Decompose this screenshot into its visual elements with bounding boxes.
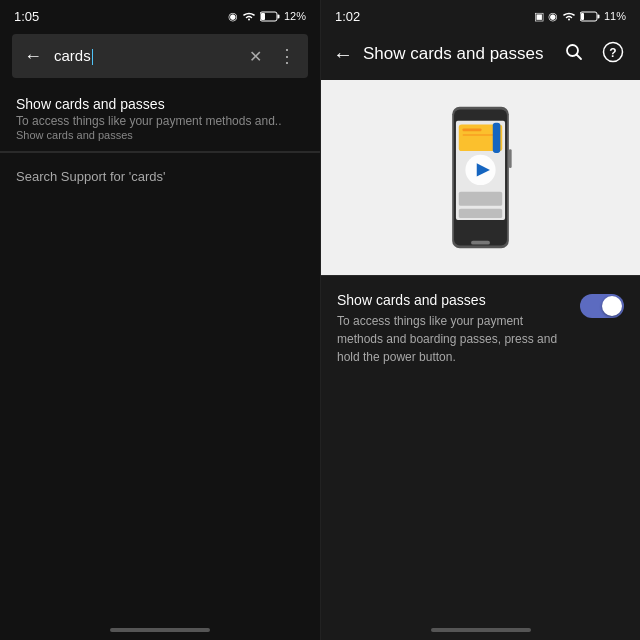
status-icons-right: ▣ ◉ 11% bbox=[534, 10, 626, 23]
status-bar-right: 1:02 ▣ ◉ 11% bbox=[321, 0, 640, 28]
search-icon-right[interactable] bbox=[560, 38, 588, 71]
home-bar-left bbox=[110, 628, 210, 632]
toggle-knob bbox=[602, 296, 622, 316]
search-bar[interactable]: ← cards ✕ ⋮ bbox=[12, 34, 308, 78]
cursor bbox=[92, 49, 94, 65]
right-panel: 1:02 ▣ ◉ 11% ← Show cards and passes bbox=[320, 0, 640, 640]
setting-item: Show cards and passes To access things l… bbox=[321, 275, 640, 382]
svg-rect-15 bbox=[463, 134, 496, 136]
svg-rect-5 bbox=[581, 13, 584, 20]
status-bar-left: 1:05 ◉ 12% bbox=[0, 0, 320, 28]
svg-rect-22 bbox=[509, 149, 512, 168]
battery-text-left: 12% bbox=[284, 10, 306, 22]
video-area[interactable] bbox=[321, 80, 640, 275]
wifi-icon-left bbox=[242, 11, 256, 21]
more-options-button[interactable]: ⋮ bbox=[274, 41, 300, 71]
home-indicator-left bbox=[0, 628, 320, 640]
clear-search-button[interactable]: ✕ bbox=[245, 43, 266, 70]
toggle-switch[interactable] bbox=[580, 294, 624, 318]
battery-icon-right bbox=[580, 11, 600, 22]
wifi-icon-right bbox=[562, 11, 576, 21]
camera-icon-right: ▣ bbox=[534, 10, 544, 23]
svg-rect-17 bbox=[459, 192, 502, 206]
search-support-text: Search Support for 'cards' bbox=[16, 169, 165, 184]
svg-rect-1 bbox=[277, 14, 279, 18]
svg-line-7 bbox=[577, 54, 582, 59]
setting-title: Show cards and passes bbox=[337, 292, 568, 308]
search-query[interactable]: cards bbox=[54, 47, 237, 65]
phone-illustration bbox=[438, 100, 523, 255]
svg-rect-18 bbox=[459, 209, 502, 218]
battery-text-right: 11% bbox=[604, 10, 626, 22]
setting-description: To access things like your payment metho… bbox=[337, 312, 568, 366]
time-left: 1:05 bbox=[14, 9, 39, 24]
status-icons-left: ◉ 12% bbox=[228, 10, 306, 23]
search-support-item[interactable]: Search Support for 'cards' bbox=[0, 152, 320, 199]
back-button-left[interactable]: ← bbox=[20, 42, 46, 71]
svg-rect-21 bbox=[471, 241, 490, 245]
svg-text:?: ? bbox=[609, 45, 616, 59]
search-result-item[interactable]: Show cards and passes To access things l… bbox=[0, 84, 320, 152]
left-panel: 1:05 ◉ 12% ← cards ✕ ⋮ Show cards and bbox=[0, 0, 320, 640]
result-title: Show cards and passes bbox=[16, 96, 304, 112]
svg-rect-14 bbox=[463, 128, 482, 131]
setting-text: Show cards and passes To access things l… bbox=[337, 292, 568, 366]
help-icon-right[interactable]: ? bbox=[598, 37, 628, 72]
svg-rect-2 bbox=[261, 13, 265, 20]
home-indicator-right bbox=[321, 628, 640, 640]
svg-rect-16 bbox=[493, 123, 501, 153]
svg-rect-4 bbox=[597, 14, 599, 18]
home-bar-right bbox=[431, 628, 531, 632]
time-right: 1:02 bbox=[335, 9, 360, 24]
search-results-list: Show cards and passes To access things l… bbox=[0, 84, 320, 628]
back-button-right[interactable]: ← bbox=[333, 43, 353, 66]
eye-icon-left: ◉ bbox=[228, 10, 238, 23]
top-bar-right: ← Show cards and passes ? bbox=[321, 28, 640, 80]
battery-icon-left bbox=[260, 11, 280, 22]
result-breadcrumb: Show cards and passes bbox=[16, 129, 304, 141]
eye-icon-right: ◉ bbox=[548, 10, 558, 23]
page-title-right: Show cards and passes bbox=[363, 44, 550, 64]
result-subtitle: To access things like your payment metho… bbox=[16, 114, 304, 128]
